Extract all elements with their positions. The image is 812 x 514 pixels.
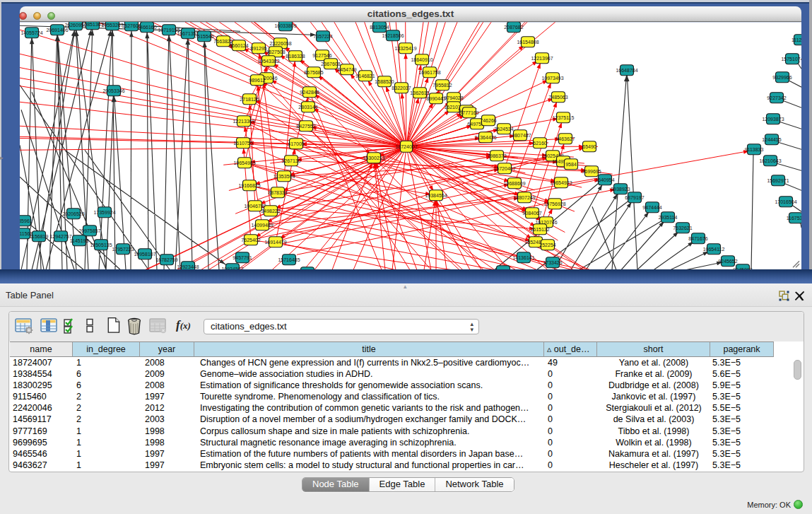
svg-text:23226058: 23226058 xyxy=(269,41,291,46)
svg-text:16782759: 16782759 xyxy=(155,257,177,262)
svg-text:6879197: 6879197 xyxy=(625,195,644,200)
svg-text:12213369: 12213369 xyxy=(233,119,254,124)
svg-text:1733426: 1733426 xyxy=(543,260,562,265)
svg-text:12505135: 12505135 xyxy=(90,243,112,247)
svg-text:12942757: 12942757 xyxy=(49,234,71,239)
svg-text:8878334: 8878334 xyxy=(268,190,287,195)
svg-text:9777169: 9777169 xyxy=(459,110,478,115)
svg-text:17957223: 17957223 xyxy=(112,247,134,252)
svg-text:9127546: 9127546 xyxy=(312,53,331,58)
svg-text:10807487: 10807487 xyxy=(509,133,531,138)
svg-text:10654112: 10654112 xyxy=(703,247,725,252)
svg-text:15751074: 15751074 xyxy=(781,57,801,62)
svg-text:10046788: 10046788 xyxy=(244,204,266,209)
svg-text:17359924: 17359924 xyxy=(93,210,115,215)
svg-text:16154808: 16154808 xyxy=(517,40,539,45)
svg-text:2935114: 2935114 xyxy=(659,215,678,220)
svg-text:1362615: 1362615 xyxy=(410,90,429,95)
svg-text:2718126: 2718126 xyxy=(240,97,259,102)
svg-text:8471676: 8471676 xyxy=(688,236,707,241)
svg-text:8675685: 8675685 xyxy=(304,70,323,75)
svg-text:19654985: 19654985 xyxy=(233,160,255,165)
svg-text:14099489: 14099489 xyxy=(251,223,273,228)
svg-text:7515546: 7515546 xyxy=(194,34,213,39)
svg-text:15692971: 15692971 xyxy=(767,178,789,183)
svg-text:19218506: 19218506 xyxy=(382,33,404,38)
svg-text:1167533: 1167533 xyxy=(787,216,801,221)
svg-text:7632621: 7632621 xyxy=(673,226,692,230)
svg-text:21364436: 21364436 xyxy=(474,135,496,140)
svg-text:891295: 891295 xyxy=(250,46,266,51)
svg-text:1112734: 1112734 xyxy=(792,37,801,42)
svg-text:19654923: 19654923 xyxy=(550,180,572,185)
svg-text:11353594: 11353594 xyxy=(273,174,295,179)
svg-text:2803144: 2803144 xyxy=(298,105,317,110)
svg-text:10688609: 10688609 xyxy=(503,181,525,186)
svg-text:985961: 985961 xyxy=(20,218,33,223)
svg-text:8990443: 8990443 xyxy=(426,96,445,101)
svg-text:9474444: 9474444 xyxy=(642,205,661,210)
svg-text:7357224: 7357224 xyxy=(313,34,332,39)
svg-text:10553267: 10553267 xyxy=(101,23,123,28)
svg-text:417005: 417005 xyxy=(288,141,304,146)
svg-text:12213967: 12213967 xyxy=(531,56,553,61)
svg-text:20053346: 20053346 xyxy=(102,88,124,93)
svg-text:7986372: 7986372 xyxy=(487,153,506,158)
svg-text:15716485: 15716485 xyxy=(278,257,300,262)
svg-text:8322037: 8322037 xyxy=(392,86,411,90)
svg-text:9827508: 9827508 xyxy=(266,49,285,54)
svg-text:7955812: 7955812 xyxy=(433,83,452,88)
svg-text:6466160: 6466160 xyxy=(137,25,156,30)
svg-text:16210643: 16210643 xyxy=(759,158,781,163)
svg-text:62160: 62160 xyxy=(533,141,547,146)
svg-text:20691406: 20691406 xyxy=(46,28,68,33)
svg-text:9463627: 9463627 xyxy=(555,136,575,141)
svg-text:10958107: 10958107 xyxy=(134,252,155,257)
svg-text:3498222: 3498222 xyxy=(261,209,280,214)
svg-text:9227342: 9227342 xyxy=(767,95,786,100)
svg-text:12093873: 12093873 xyxy=(762,117,784,122)
svg-text:8813054: 8813054 xyxy=(370,25,389,30)
svg-text:3267130: 3267130 xyxy=(281,158,300,163)
svg-text:12923448: 12923448 xyxy=(177,264,199,269)
svg-text:18807249: 18807249 xyxy=(513,195,535,200)
svg-text:9584: 9584 xyxy=(565,162,577,167)
svg-text:13325419: 13325419 xyxy=(394,46,416,51)
svg-text:1145193: 1145193 xyxy=(70,238,89,243)
svg-text:12375115: 12375115 xyxy=(553,115,575,120)
svg-text:8186328: 8186328 xyxy=(286,54,305,59)
svg-text:16648784: 16648784 xyxy=(616,68,637,73)
svg-text:1588520: 1588520 xyxy=(375,79,394,84)
svg-text:20975857: 20975857 xyxy=(78,228,100,233)
svg-text:9457791: 9457791 xyxy=(233,255,252,260)
svg-text:1244415: 1244415 xyxy=(762,137,781,142)
svg-text:9245652: 9245652 xyxy=(718,259,737,264)
svg-text:9084067: 9084067 xyxy=(522,211,541,216)
svg-text:8427552: 8427552 xyxy=(296,124,315,129)
svg-text:15720407: 15720407 xyxy=(493,166,515,171)
svg-text:19166825: 19166825 xyxy=(238,183,260,188)
svg-text:18640910: 18640910 xyxy=(411,57,433,62)
svg-text:14055724: 14055724 xyxy=(20,30,42,35)
svg-text:1156819: 1156819 xyxy=(30,234,49,239)
svg-text:19384554: 19384554 xyxy=(425,193,447,198)
svg-text:1640954: 1640954 xyxy=(595,177,614,182)
svg-text:8454749: 8454749 xyxy=(337,67,356,72)
svg-text:7625402: 7625402 xyxy=(241,238,260,243)
svg-text:9329966: 9329966 xyxy=(772,75,792,80)
svg-text:19756928: 19756928 xyxy=(543,201,565,206)
svg-text:3624534: 3624534 xyxy=(494,127,513,132)
svg-text:7485063: 7485063 xyxy=(548,95,567,100)
svg-text:1610755: 1610755 xyxy=(233,141,252,146)
svg-text:18724007: 18724007 xyxy=(395,144,417,149)
svg-text:8660124: 8660124 xyxy=(229,43,248,48)
svg-text:15300213: 15300213 xyxy=(363,156,384,160)
svg-text:17016504: 17016504 xyxy=(775,199,796,204)
svg-text:65490: 65490 xyxy=(582,144,596,149)
svg-text:989612: 989612 xyxy=(249,78,265,83)
svg-text:9113833: 9113833 xyxy=(745,147,764,152)
svg-text:16961758: 16961758 xyxy=(418,70,440,75)
svg-text:9794028: 9794028 xyxy=(444,95,463,100)
svg-text:10973493: 10973493 xyxy=(541,76,563,81)
svg-text:252254: 252254 xyxy=(539,243,555,247)
